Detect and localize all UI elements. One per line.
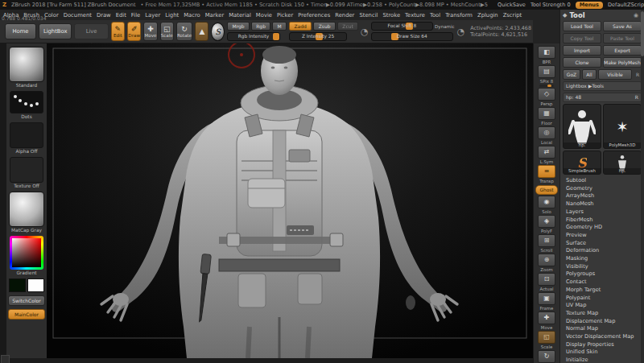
section-uv-map[interactable]: UV Map [563, 302, 642, 310]
transp-button[interactable]: ≡Transp [538, 165, 555, 184]
goz-visible-button[interactable]: Visible [598, 69, 632, 80]
home-page-button[interactable]: Home Page [5, 23, 36, 39]
pressure-knob-icon[interactable]: ◔ [361, 27, 369, 36]
saturation-value-square[interactable] [12, 238, 41, 267]
switch-color-button[interactable]: SwitchColor [8, 295, 45, 306]
solo-button[interactable]: ◉Solo [538, 196, 555, 214]
menu-transform[interactable]: Transform [445, 12, 473, 19]
menu-layer[interactable]: Layer [145, 12, 160, 19]
palette-scrollbar[interactable] [641, 10, 644, 363]
section-displacement-map[interactable]: Displacement Map [563, 318, 642, 326]
section-geometry[interactable]: Geometry [563, 185, 642, 193]
hp-small-thumbnail[interactable]: hp. [603, 151, 642, 175]
section-fibermesh[interactable]: FiberMesh [563, 217, 642, 225]
import-button[interactable]: Import [563, 45, 601, 56]
local-button[interactable]: ◎Local [538, 126, 555, 145]
palette-dock-icon[interactable]: ◉ [634, 12, 638, 19]
draw-size-slider[interactable]: Draw Size 64 [371, 32, 453, 41]
menu-stencil[interactable]: Stencil [359, 12, 378, 19]
paste-tool-button[interactable]: Paste Tool [603, 33, 642, 43]
section-polypaint[interactable]: Polypaint [563, 295, 642, 303]
material-selector[interactable] [9, 192, 44, 227]
menu-tool[interactable]: Tool [430, 12, 440, 19]
quicksave-button[interactable]: QuickSave [497, 2, 526, 8]
clone-button[interactable]: Clone [563, 57, 601, 68]
menu-render[interactable]: Render [335, 12, 354, 19]
alpha-selector[interactable] [10, 122, 43, 148]
bpr-button[interactable]: ◧BPR [538, 46, 555, 64]
menu-color[interactable]: Color [44, 12, 59, 19]
main-color-button[interactable]: MainColor [8, 309, 45, 320]
rgb-intensity-slider[interactable]: Rgb Intensity [227, 32, 280, 41]
section-initialize[interactable]: Initialize [563, 357, 642, 363]
menu-draw[interactable]: Draw [97, 12, 111, 19]
section-preview[interactable]: Preview [563, 232, 642, 240]
persp-button[interactable]: ◇Persp [538, 88, 555, 106]
frame-button[interactable]: ▣Frame [538, 292, 555, 311]
brush-selector[interactable] [9, 47, 44, 82]
polymesh3d-thumbnail[interactable]: ✶ PolyMesh3D [603, 104, 642, 149]
sculptris-pro-button[interactable]: ▲ [195, 22, 208, 41]
load-tool-button[interactable]: Load Tool [563, 21, 601, 31]
actual-button[interactable]: ⊡Actual [538, 273, 555, 291]
section-surface[interactable]: Surface [563, 240, 642, 248]
floor-button[interactable]: ▦Floor [538, 107, 555, 126]
section-contact[interactable]: Contact [563, 278, 642, 287]
scale-mode-button[interactable]: ◱ Scale [160, 22, 174, 41]
menu-marker[interactable]: Marker [205, 12, 225, 19]
hp-slider-row[interactable]: hp: 48 R [563, 93, 642, 102]
goz-button[interactable]: GoZ [563, 69, 580, 80]
ghost-button[interactable]: ◌Ghost [535, 184, 557, 195]
mrgb-toggle[interactable]: Mrgb [227, 22, 250, 31]
save-as-button[interactable]: Save As [603, 21, 642, 31]
section-geometry-hd[interactable]: Geometry HD [563, 224, 642, 232]
zadd-toggle[interactable]: Zadd [289, 22, 312, 31]
rotate-3d-button[interactable]: ↻Rotate [538, 350, 555, 363]
live-boolean-button[interactable]: Live Boolean [74, 23, 108, 39]
section-morph-target[interactable]: Morph Target [563, 287, 642, 295]
main-color-swatch[interactable] [9, 278, 26, 292]
dynamic-toggle[interactable]: Dynamic [435, 24, 455, 29]
corner-chip[interactable] [1, 355, 10, 363]
focal-shift-slider[interactable]: Focal Shift 8 [371, 22, 433, 31]
menu-preferences[interactable]: Preferences [298, 12, 330, 19]
stroke-selector[interactable] [10, 91, 43, 113]
polyf-button[interactable]: ◈PolyF [538, 215, 555, 233]
spix-button[interactable]: ▤SPix 8 [538, 65, 555, 87]
secondary-color-swatch[interactable] [27, 278, 44, 292]
menu-movie[interactable]: Movie [256, 12, 272, 19]
m-toggle[interactable]: M [272, 22, 287, 31]
scale-3d-button[interactable]: ◱Scale [538, 331, 555, 349]
menu-document[interactable]: Document [64, 12, 92, 19]
move-3d-button[interactable]: ✚Move [538, 311, 555, 330]
move-mode-button[interactable]: ✚ Move [143, 22, 157, 41]
section-visibility[interactable]: Visibility [563, 263, 642, 271]
section-normal-map[interactable]: Normal Map [563, 325, 642, 333]
simplebrush-thumbnail[interactable]: S SimpleBrush [563, 151, 601, 175]
scroll-button[interactable]: ⊞Scroll [538, 234, 555, 253]
section-texture-map[interactable]: Texture Map [563, 310, 642, 318]
make-polymesh3d-button[interactable]: Make PolyMesh3D [603, 57, 642, 68]
section-display-properties[interactable]: Display Properties [563, 341, 642, 349]
copy-tool-button[interactable]: Copy Tool [563, 33, 601, 43]
section-nanomesh[interactable]: NanoMesh [563, 200, 642, 208]
section-deformation[interactable]: Deformation [563, 247, 642, 255]
menu-picker[interactable]: Picker [277, 12, 293, 19]
section-unified-skin[interactable]: Unified Skin [563, 349, 642, 357]
lightbox-tools-row[interactable]: Lightbox ▶Tools [563, 81, 642, 91]
rotate-mode-button[interactable]: ↻ Rotate [176, 22, 192, 41]
rgb-toggle[interactable]: Rgb [251, 22, 270, 31]
export-button[interactable]: Export [603, 45, 642, 56]
menu-stroke[interactable]: Stroke [382, 12, 400, 19]
section-vector-displacement-map[interactable]: Vector Displacement Map [563, 333, 642, 341]
viewport-canvas[interactable] [47, 43, 533, 358]
current-brush-preview[interactable]: S [211, 23, 225, 41]
zoom-button[interactable]: ⊕Zoom [538, 254, 555, 272]
lightbox-button[interactable]: LightBox [39, 23, 72, 39]
section-subtool[interactable]: Subtool [563, 177, 642, 185]
menu-edit[interactable]: Edit [116, 12, 126, 19]
section-polygroups[interactable]: Polygroups [563, 270, 642, 278]
draw-mode-button[interactable]: ✐ Draw [127, 22, 141, 41]
current-tool-thumbnail[interactable]: hp. [563, 104, 601, 149]
edit-mode-button[interactable]: ✎ Edit [111, 22, 125, 41]
